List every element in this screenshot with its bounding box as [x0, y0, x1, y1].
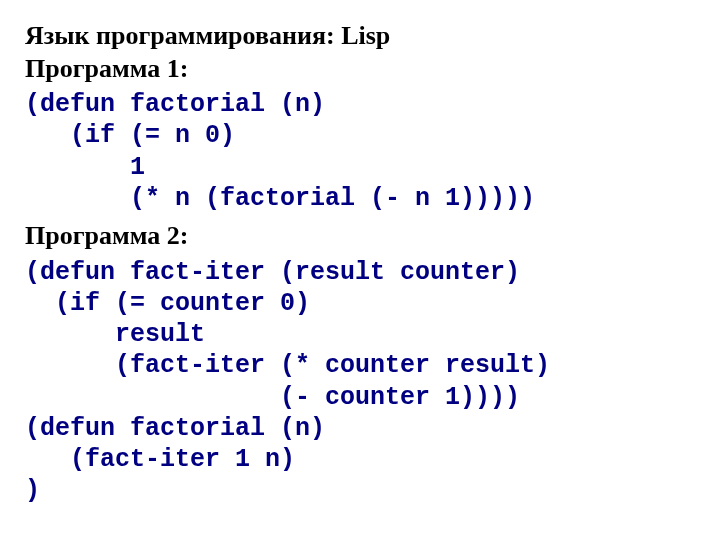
language-heading: Язык программирования: Lisp: [25, 20, 695, 53]
program-2-heading: Программа 2:: [25, 220, 695, 253]
program-1-heading: Программа 1:: [25, 53, 695, 86]
program-1-code: (defun factorial (n) (if (= n 0) 1 (* n …: [25, 89, 695, 214]
program-2-code: (defun fact-iter (result counter) (if (=…: [25, 257, 695, 507]
